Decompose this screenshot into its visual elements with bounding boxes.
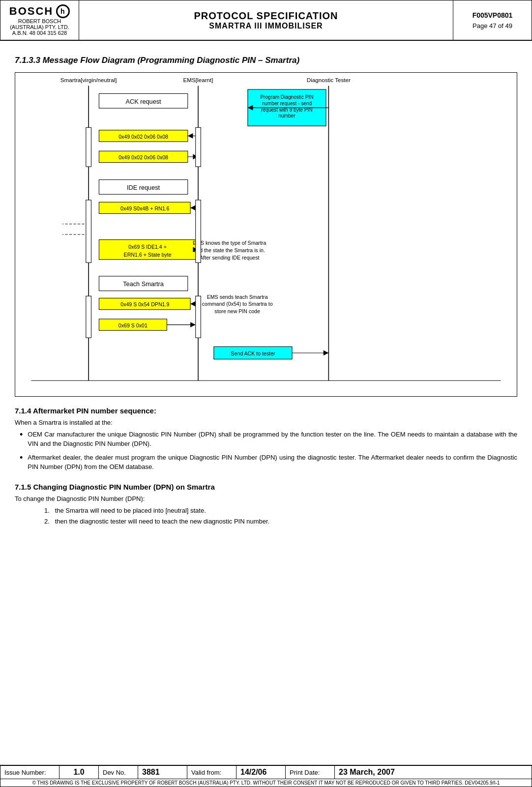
section-714-body: When a Smartra is installed at the: [15, 418, 517, 428]
bullet-dot-2: • [20, 453, 23, 472]
activation-ems3 [196, 296, 201, 338]
prog-diag-text4: number [278, 113, 296, 118]
footer-copyright: © THIS DRAWING IS THE EXCLUSIVE PROPERTY… [0, 779, 532, 787]
ems-sends-text1: EMS sends teach Smartra [207, 294, 268, 300]
prog-diag-text2: number request - send [262, 101, 312, 106]
ems-knows-text3: After sending IDE request [200, 255, 260, 261]
bullet-text-2: Aftermarket dealer, the dealer must prog… [28, 453, 517, 472]
send-ack-label: Send ACK to tester [231, 350, 275, 356]
header-right: F005VP0801 Page 47 of 49 [453, 0, 532, 40]
numbered-item-1: 1. the Smartra will need to be placed in… [44, 505, 517, 516]
section-715-body: To change the Diagnostic PIN Number (DPN… [15, 494, 517, 504]
section-714-title: 7.1.4 Aftermarket PIN number sequence: [15, 407, 517, 415]
doc-number: F005VP0801 [473, 11, 513, 19]
print-label: Print Date: [286, 765, 335, 779]
ems-knows-text2: and the state the Smartra is in. [194, 247, 265, 253]
numbered-item-2: 2. then the diagnostic tester will need … [44, 516, 517, 527]
company-logo: BOSCH h ROBERT BOSCH (AUSTRALIA) PTY. LT… [0, 0, 79, 40]
bullet-item-2: • Aftermarket dealer, the dealer must pr… [15, 453, 517, 472]
code4-label: 0x49 S 0x54 DPN1.9 [120, 301, 169, 307]
section-715-title: 7.1.5 Changing Diagnostic PIN Number (DP… [15, 483, 517, 491]
footer-table: Issue Number: 1.0 Dev No. 3881 Valid fro… [0, 765, 532, 779]
bosch-name: BOSCH [9, 5, 53, 18]
issue-label: Issue Number: [0, 765, 59, 779]
numbered-list: 1. the Smartra will need to be placed in… [44, 505, 517, 527]
activation-ems1 [196, 127, 201, 167]
company-line3: A.B.N. 48 004 315 628 [12, 30, 67, 36]
devno-label: Dev No. [99, 765, 138, 779]
teach-smartra-label: Teach Smartra [123, 280, 164, 288]
code5-label: 0x69 S 0x01 [118, 322, 148, 328]
lane2-label: EMS[learnt] [183, 77, 213, 83]
arrow-code5-head [190, 322, 196, 327]
bullet-dot-1: • [20, 430, 23, 449]
section-713-title: 7.1.3.3 Message Flow Diagram (Programmin… [15, 56, 517, 65]
valid-value: 14/2/06 [236, 765, 286, 779]
ems-sends-text2: command (0x54) to Smartra to [202, 301, 273, 307]
message-flow-diagram: Smartra[virgin/neutral] EMS[learnt] Diag… [15, 72, 517, 397]
page-footer: Issue Number: 1.0 Dev No. 3881 Valid fro… [0, 765, 532, 787]
code1a-label: 0x49 0x02 0x06 0x08 [118, 134, 168, 140]
company-line2: (AUSTRALIA) PTY. LTD. [10, 24, 69, 30]
lane3-label: Diagnostic Tester [307, 77, 351, 83]
ems-sends-text3: store new PIN code [214, 308, 260, 314]
company-line1: ROBERT BOSCH [18, 18, 61, 24]
diagram-svg: Smartra[virgin/neutral] EMS[learnt] Diag… [15, 73, 517, 396]
code2-label: 0x49 S0x4B + RN1.6 [120, 205, 169, 211]
devno-value: 3881 [138, 765, 187, 779]
page-header: BOSCH h ROBERT BOSCH (AUSTRALIA) PTY. LT… [0, 0, 532, 41]
activation-smartra1 [86, 127, 91, 167]
activation-smartra3 [86, 296, 91, 338]
page-number: Page 47 of 49 [473, 22, 512, 29]
bullet-text-1: OEM Car manufacturer the unique Diagnost… [28, 430, 517, 449]
valid-label: Valid from: [187, 765, 236, 779]
header-center: PROTOCOL SPECIFICATION SMARTRA III IMMOB… [79, 0, 453, 40]
arrow-code4-head [190, 301, 196, 307]
code1b-label: 0x49 0x02 0x06 0x08 [118, 154, 168, 160]
print-value: 23 March, 2007 [335, 765, 532, 779]
bullet-item-1: • OEM Car manufacturer the unique Diagno… [15, 430, 517, 449]
prog-diag-text1: Program Diagnostic PIN [260, 94, 313, 100]
lane1-label: Smartra[virgin/neutral] [60, 77, 117, 83]
arrow-send-ack-head [324, 350, 329, 356]
code3-text2: ERN1.6 + State byte [124, 252, 172, 258]
ide-request-label: IDE request [127, 184, 160, 191]
main-content: 7.1.3.3 Message Flow Diagram (Programmin… [0, 41, 532, 537]
bosch-icon: h [56, 4, 70, 18]
ack-request-label: ACK request [126, 98, 162, 105]
arrow-code1a-head [188, 133, 193, 139]
issue-value: 1.0 [59, 765, 99, 779]
code3-text1: 0x69 S IDE1.4 + [128, 244, 167, 250]
activation-smartra2 [86, 200, 91, 262]
doc-title1: PROTOCOL SPECIFICATION [194, 10, 338, 22]
doc-title2: SMARTRA III IMMOBILISER [209, 22, 323, 30]
bosch-brand: BOSCH h [9, 4, 70, 18]
arrow-code2-head [190, 205, 196, 211]
ems-knows-text1: EMS knows the type of Smartra [193, 240, 266, 246]
activation-ems2 [196, 200, 201, 262]
